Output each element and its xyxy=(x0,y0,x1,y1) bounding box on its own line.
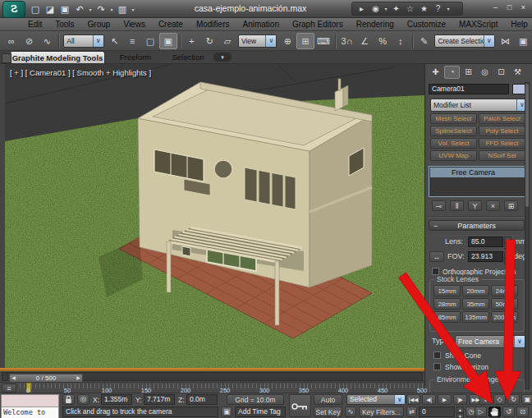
modifier-button-patch-select[interactable]: Patch Select xyxy=(479,113,525,124)
dolly-camera-button[interactable]: ⇕ xyxy=(479,394,492,405)
undo-button[interactable]: ↶ xyxy=(72,2,87,16)
show-cone-checkbox[interactable] xyxy=(433,351,441,359)
maxscript-mini-listener[interactable]: Welcome to xyxy=(1,394,59,418)
lens-spinner[interactable]: ▲▼ xyxy=(504,237,511,247)
select-by-name-button[interactable]: ≡ xyxy=(123,33,141,49)
undo-flyout-icon[interactable]: ▾ xyxy=(87,7,94,12)
stock-lens-24mm[interactable]: 24mm xyxy=(491,285,518,296)
stock-lens-50mm[interactable]: 50mm xyxy=(491,298,518,310)
panel-display-tab[interactable]: ⊡ xyxy=(493,66,509,79)
next-key-icon[interactable]: ▶ xyxy=(75,374,82,382)
stock-lens-20mm[interactable]: 20mm xyxy=(462,285,489,296)
panel-utilities-tab[interactable]: ⚒ xyxy=(510,66,525,79)
new-file-button[interactable]: ▢ xyxy=(28,2,43,16)
help-flyout-icon[interactable]: ▾ xyxy=(445,6,452,11)
modifier-button-nsurf-sel[interactable]: NSurf Sel xyxy=(479,150,525,161)
stock-lens-135mm[interactable]: 135mm xyxy=(462,311,489,323)
object-color-swatch[interactable] xyxy=(512,84,525,94)
menu-rendering[interactable]: Rendering xyxy=(350,18,401,30)
macro-recorder-line[interactable] xyxy=(2,395,58,407)
key-filters-button[interactable]: Key Filters... xyxy=(359,407,404,417)
snaps-toggle-button[interactable]: 3∩ xyxy=(338,33,356,49)
ribbon-corner-button[interactable] xyxy=(2,53,11,63)
z-coordinate-field[interactable]: 0.0m xyxy=(186,394,218,405)
pin-stack-icon[interactable]: ⊸ xyxy=(432,200,446,211)
ribbon-tab-graphite-modeling-tools[interactable]: Graphite Modeling Tools xyxy=(10,51,105,63)
favorites-icon[interactable]: ★ xyxy=(417,2,431,15)
modifier-button-splineselect[interactable]: SplineSelect xyxy=(430,126,477,136)
camera-viewport[interactable] xyxy=(5,64,424,368)
angle-snap-button[interactable]: ∠ xyxy=(355,33,374,49)
modifier-stack[interactable]: Free Camera xyxy=(429,166,526,197)
truck-camera-button[interactable] xyxy=(488,407,501,417)
stock-lens-85mm[interactable]: 85mm xyxy=(433,311,461,323)
modifier-button-ffd-select[interactable]: FFD Select xyxy=(479,138,525,149)
percent-snap-button[interactable]: % xyxy=(374,33,392,49)
panel-hierarchy-tab[interactable]: ⊞ xyxy=(461,66,476,79)
parameters-rollout-header[interactable]: − Parameters xyxy=(429,220,525,231)
panel-create-tab[interactable]: ✚ xyxy=(428,66,443,79)
select-and-scale-button[interactable]: ▱ xyxy=(218,33,236,49)
modifier-button-mesh-select[interactable]: Mesh Select xyxy=(430,113,477,124)
zoom-extents-all-button[interactable]: ▣ xyxy=(521,394,532,405)
menu-graph-editors[interactable]: Graph Editors xyxy=(286,18,350,30)
walk-through-button[interactable]: ▷ xyxy=(475,407,487,417)
go-to-start-button[interactable]: |◀◀ xyxy=(406,394,420,405)
menu-maxscript[interactable]: MAXScript xyxy=(452,18,504,30)
save-file-button[interactable]: ▣ xyxy=(57,2,72,16)
frame-spinner[interactable]: ▲▼ xyxy=(456,407,464,417)
make-unique-icon[interactable]: Y xyxy=(468,200,482,211)
menu-views[interactable]: Views xyxy=(117,18,152,30)
stock-lens-35mm[interactable]: 35mm xyxy=(462,298,489,310)
play-button[interactable]: ▶ xyxy=(438,394,452,405)
select-and-link-button[interactable]: ∞ xyxy=(2,33,21,49)
named-sets-dropdown[interactable]: Create Selection S∨ xyxy=(434,34,494,48)
selection-lock-toggle[interactable] xyxy=(62,394,75,405)
ribbon-minimize-icon[interactable]: ▾ xyxy=(213,53,232,62)
subscription-center-icon[interactable]: ✦ xyxy=(389,2,403,15)
communication-center-icon[interactable]: ☆ xyxy=(403,2,417,15)
app-logo-icon[interactable]: S xyxy=(2,1,25,18)
stock-lens-15mm[interactable]: 15mm xyxy=(433,285,461,296)
ribbon-tab-freeform[interactable]: Freeform xyxy=(111,51,160,63)
chevron-down-icon[interactable]: ∨ xyxy=(93,35,103,47)
unlink-selection-button[interactable]: ⊘ xyxy=(21,33,39,49)
set-key-button[interactable]: Set Key xyxy=(314,407,342,417)
menu-help[interactable]: Help xyxy=(504,18,532,30)
infocenter-expand-icon[interactable]: ▸ xyxy=(355,2,369,15)
mirror-button[interactable]: ⋈ xyxy=(497,33,515,49)
configure-modifier-sets-icon[interactable]: ⊞ xyxy=(504,200,518,211)
select-and-manipulate-button[interactable]: ⊞ xyxy=(296,33,314,49)
modifier-list-dropdown[interactable]: Modifier List ∨ xyxy=(430,99,528,112)
set-keys-button[interactable] xyxy=(289,394,311,417)
track-bar[interactable]: ≡ 050100150200250300350400450500 xyxy=(0,382,424,393)
stock-lens-200mm[interactable]: 200mm xyxy=(491,311,518,323)
maximize-button[interactable]: □ xyxy=(504,2,515,13)
named-selection-sets-button[interactable]: ✎ xyxy=(415,33,433,49)
absolute-offset-toggle[interactable]: ◎ xyxy=(77,394,89,405)
fov-field[interactable]: 23.913 xyxy=(468,251,503,262)
orbit-camera-button[interactable]: ↺ xyxy=(502,407,515,417)
menu-customize[interactable]: Customize xyxy=(401,18,452,30)
time-slider-track[interactable]: ◀ 0 / 500 ▶ xyxy=(2,372,423,381)
bind-to-space-warp-button[interactable]: ∿ xyxy=(39,33,57,49)
stack-item-free-camera[interactable]: Free Camera xyxy=(430,168,525,177)
key-filter-scope-dropdown[interactable]: Selected ∨ xyxy=(346,394,406,405)
add-time-tag[interactable]: Add Time Tag xyxy=(235,407,286,417)
minimize-button[interactable]: – xyxy=(490,2,501,13)
panel-scrollbar[interactable] xyxy=(525,82,530,389)
menu-animation[interactable]: Animation xyxy=(236,18,285,30)
scrollbar-thumb[interactable] xyxy=(525,84,529,207)
search-flyout-icon[interactable]: ▾ xyxy=(383,6,389,11)
stock-lens-28mm[interactable]: 28mm xyxy=(433,298,461,310)
next-frame-button[interactable]: |▶ xyxy=(453,394,467,405)
menu-modifiers[interactable]: Modifiers xyxy=(190,18,236,30)
ribbon-tab-selection[interactable]: Selection xyxy=(164,51,212,63)
default-tangent-button[interactable]: ∿ xyxy=(345,407,356,417)
menu-tools[interactable]: Tools xyxy=(48,18,80,30)
field-of-view-button[interactable]: ◇ xyxy=(493,394,506,405)
modifier-button-uvw-map[interactable]: UVW Map xyxy=(430,150,477,161)
keyboard-override-button[interactable]: ⌨ xyxy=(314,33,332,49)
current-frame-field[interactable]: 0 xyxy=(419,407,455,417)
help-icon[interactable]: ? xyxy=(431,2,445,15)
